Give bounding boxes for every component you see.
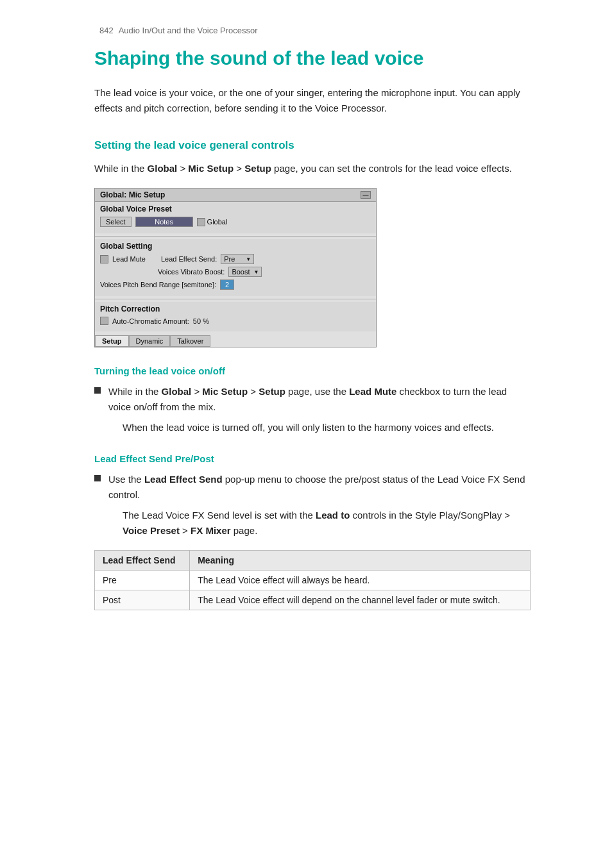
select-btn[interactable]: Select	[100, 217, 132, 227]
vibrato-boost-row: Voices Vibrato Boost: Boost ▼	[100, 267, 371, 277]
auto-chromatic-label: Auto-Chromatic Amount:	[112, 317, 189, 325]
pitch-correction-label: Pitch Correction	[100, 305, 371, 313]
global-label: Global	[148, 163, 178, 174]
panel-titlebar: Global: Mic Setup —	[95, 188, 376, 202]
voices-vibrato-boost-dropdown[interactable]: Boost ▼	[228, 267, 262, 277]
bullet2-text: Use the Lead Effect Send pop-up menu to …	[108, 474, 525, 500]
bullet2-follow: The Lead Voice FX Send level is set with…	[108, 508, 531, 538]
section3-title: Lead Effect Send Pre/Post	[94, 453, 531, 464]
bullet-item-1: While in the Global > Mic Setup > Setup …	[94, 384, 531, 435]
bullet1-text: While in the Global > Mic Setup > Setup …	[108, 386, 507, 412]
dropdown-arrow2-icon: ▼	[253, 269, 259, 275]
voices-vibrato-boost-label: Voices Vibrato Boost:	[158, 268, 225, 276]
bullet-dot-icon	[94, 387, 101, 394]
divider2	[95, 299, 376, 299]
table-row: PreThe Lead Voice effect will always be …	[95, 571, 531, 590]
preset-row: Select Notes Global	[100, 217, 371, 227]
section2-title: Turning the lead voice on/off	[94, 365, 531, 376]
panel-minimize-btn[interactable]: —	[361, 191, 371, 199]
section1-title: Setting the lead voice general controls	[94, 139, 531, 152]
lead-mute-checkbox[interactable]	[100, 255, 108, 263]
bullet-content-1: While in the Global > Mic Setup > Setup …	[108, 384, 531, 435]
lead-effect-ref: Lead Effect Send	[144, 474, 223, 485]
bullet-content-2: Use the Lead Effect Send pop-up menu to …	[108, 472, 531, 538]
table-cell-col1: Post	[95, 590, 190, 610]
micsetup-ref1: Mic Setup	[202, 386, 248, 397]
breadcrumb: Audio In/Out and the Voice Processor	[119, 26, 258, 35]
setup-label: Setup	[244, 163, 271, 174]
fx-mixer-ref: FX Mixer	[191, 525, 231, 536]
lead-effect-send-dropdown[interactable]: Pre ▼	[221, 254, 254, 264]
panel-tabs: Setup Dynamic Talkover	[95, 335, 376, 347]
auto-chromatic-value: 50 %	[193, 317, 209, 325]
page-container: 842Audio In/Out and the Voice Processor …	[56, 0, 556, 649]
bullet1-follow: When the lead voice is turned off, you w…	[108, 420, 531, 435]
bullet-item-2: Use the Lead Effect Send pop-up menu to …	[94, 472, 531, 538]
global-voice-preset-label: Global Voice Preset	[100, 204, 371, 213]
intro-text: The lead voice is your voice, or the one…	[94, 85, 531, 116]
col2-header: Meaning	[190, 551, 531, 571]
setup-ref1: Setup	[259, 386, 285, 397]
table-header-row: Lead Effect Send Meaning	[95, 551, 531, 571]
notes-btn[interactable]: Notes	[135, 217, 193, 227]
table-cell-col2: The Lead Voice effect will depend on the…	[190, 590, 531, 610]
global-voice-preset-section: Global Voice Preset Select Notes Global	[95, 202, 376, 233]
global-setting-label: Global Setting	[100, 242, 371, 251]
lead-effect-table: Lead Effect Send Meaning PreThe Lead Voi…	[94, 550, 531, 610]
section2-bullets: While in the Global > Mic Setup > Setup …	[94, 384, 531, 435]
lead-effect-send-value: Pre	[224, 255, 235, 263]
col1-header: Lead Effect Send	[95, 551, 190, 571]
lead-mute-label: Lead Mute	[112, 255, 146, 263]
pitch-correction-row: Auto-Chromatic Amount: 50 %	[100, 317, 371, 325]
page-number: 842	[99, 26, 114, 35]
tab-talkover[interactable]: Talkover	[170, 335, 210, 347]
tab-setup[interactable]: Setup	[95, 335, 129, 347]
global-btn-group: Global	[197, 218, 228, 226]
table-cell-col2: The Lead Voice effect will always be hea…	[190, 571, 531, 590]
divider1	[95, 236, 376, 237]
bullet-dot2-icon	[94, 475, 101, 481]
auto-chromatic-checkbox[interactable]	[100, 317, 108, 325]
main-title: Shaping the sound of the lead voice	[94, 47, 531, 70]
section3-bullets: Use the Lead Effect Send pop-up menu to …	[94, 472, 531, 538]
voices-vibrato-boost-value: Boost	[232, 268, 250, 276]
screenshot-panel: Global: Mic Setup — Global Voice Preset …	[94, 188, 377, 347]
lead-to-ref: Lead to	[316, 510, 350, 521]
global-btn-label: Global	[207, 218, 228, 226]
pitch-bend-row: Voices Pitch Bend Range [semitone]: 2	[100, 280, 371, 290]
voices-pitch-bend-label: Voices Pitch Bend Range [semitone]:	[100, 281, 216, 288]
dropdown-arrow-icon: ▼	[246, 256, 251, 262]
section1-body: While in the Global > Mic Setup > Setup …	[94, 161, 531, 176]
global-ref1: Global	[162, 386, 192, 397]
lead-mute-ref: Lead Mute	[349, 386, 396, 397]
lead-mute-row: Lead Mute Lead Effect Send: Pre ▼	[100, 254, 371, 264]
global-setting-section: Global Setting Lead Mute Lead Effect Sen…	[95, 239, 376, 296]
table-cell-col1: Pre	[95, 571, 190, 590]
lead-effect-send-label: Lead Effect Send:	[161, 255, 217, 263]
voice-preset-ref: Voice Preset	[123, 525, 180, 536]
table-row: PostThe Lead Voice effect will depend on…	[95, 590, 531, 610]
tab-dynamic[interactable]: Dynamic	[129, 335, 171, 347]
panel-titlebar-title: Global: Mic Setup	[100, 190, 165, 199]
micsetup-label: Mic Setup	[188, 163, 234, 174]
pitch-correction-section: Pitch Correction Auto-Chromatic Amount: …	[95, 302, 376, 331]
page-header: 842Audio In/Out and the Voice Processor	[94, 26, 531, 35]
voices-pitch-bend-input[interactable]: 2	[220, 280, 234, 290]
global-checkbox[interactable]	[197, 218, 205, 226]
